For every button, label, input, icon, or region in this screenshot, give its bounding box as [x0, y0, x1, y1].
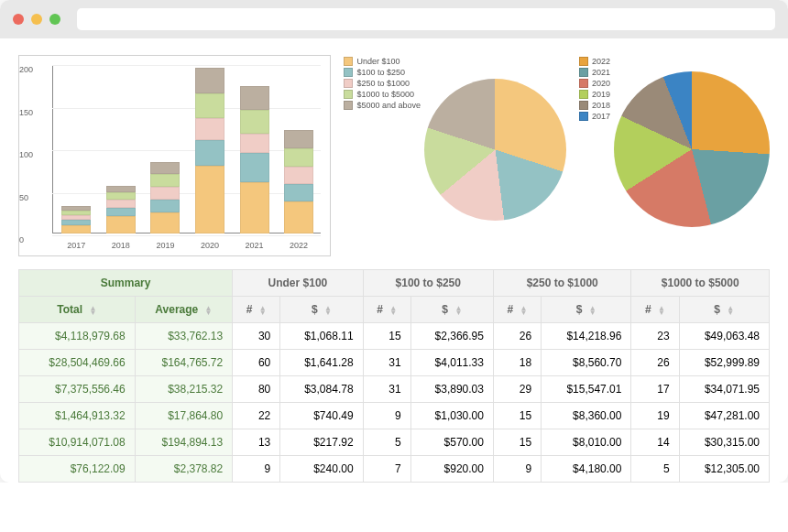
- cell-count: 7: [363, 456, 410, 483]
- sort-icon[interactable]: ▲▼: [454, 306, 462, 315]
- legend-item: $250 to $1000: [344, 79, 421, 88]
- cell-total: $1,464,913.32: [19, 403, 136, 429]
- bar-segment: [195, 166, 224, 233]
- cell-amount: $4,011.33: [410, 350, 493, 376]
- bar-segment: [150, 187, 180, 200]
- legend-label: 2020: [592, 79, 610, 88]
- col-group: $250 to $1000: [493, 270, 630, 297]
- legend-item: 2021: [579, 68, 610, 77]
- cell-total: $76,122.09: [19, 456, 136, 483]
- sort-icon[interactable]: ▲▼: [389, 306, 397, 315]
- table-row: $4,118,979.68$33,762.1330$1,068.1115$2,3…: [19, 323, 770, 350]
- table-row: $10,914,071.08$194,894.1313$217.925$570.…: [19, 429, 770, 456]
- legend-swatch-icon: [579, 68, 588, 77]
- cell-average: $194,894.13: [135, 429, 232, 456]
- legend-label: $1000 to $5000: [356, 90, 414, 99]
- bar-segment: [195, 93, 224, 119]
- col-header[interactable]: Total ▲▼: [19, 297, 136, 323]
- x-tick-label: 2021: [246, 241, 264, 250]
- col-header[interactable]: # ▲▼: [631, 297, 679, 323]
- cell-count: 5: [363, 429, 410, 456]
- sort-icon[interactable]: ▲▼: [89, 306, 96, 315]
- y-tick-label: 0: [19, 235, 24, 244]
- sort-icon[interactable]: ▲▼: [520, 306, 528, 315]
- bar-segment: [284, 148, 313, 167]
- cell-amount: $4,180.00: [542, 456, 631, 483]
- cell-count: 18: [493, 350, 541, 376]
- sort-icon[interactable]: ▲▼: [589, 306, 596, 315]
- col-header[interactable]: Average ▲▼: [135, 297, 232, 323]
- bar-segment: [106, 186, 136, 192]
- x-tick-label: 2020: [201, 241, 219, 250]
- cell-amount: $8,360.00: [542, 403, 631, 429]
- col-group: $1000 to $5000: [631, 270, 770, 297]
- cell-total: $4,118,979.68: [19, 323, 136, 350]
- cell-amount: $217.92: [280, 429, 363, 456]
- col-group: $100 to $250: [363, 270, 493, 297]
- sort-icon[interactable]: ▲▼: [658, 306, 665, 315]
- cell-count: 13: [233, 429, 280, 456]
- legend-item: Under $100: [344, 57, 421, 66]
- cell-amount: $1,068.11: [280, 323, 363, 350]
- sort-icon[interactable]: ▲▼: [324, 306, 332, 315]
- bar-segment: [284, 130, 313, 148]
- cell-amount: $3,084.78: [280, 376, 363, 403]
- legend-item: 2017: [579, 112, 610, 121]
- bar-segment: [240, 153, 269, 183]
- sort-icon[interactable]: ▲▼: [205, 306, 213, 315]
- bar-segment: [195, 140, 224, 166]
- y-tick-label: 200: [19, 65, 33, 74]
- table-row: $28,504,469.66$164,765.7260$1,641.2831$4…: [19, 350, 770, 376]
- legend-label: 2021: [592, 68, 610, 77]
- legend-swatch-icon: [579, 112, 588, 121]
- bar-column: [150, 162, 180, 233]
- pie-chart-buckets: Under $100$100 to $250$250 to $1000$1000…: [344, 55, 566, 256]
- legend-label: $5000 and above: [356, 101, 421, 110]
- cell-count: 14: [631, 429, 679, 456]
- y-tick-label: 100: [19, 150, 33, 159]
- table-row: $76,122.09$2,378.829$240.007$920.009$4,1…: [19, 456, 770, 483]
- col-header[interactable]: $ ▲▼: [410, 297, 493, 323]
- bar-segment: [150, 162, 180, 174]
- maximize-icon[interactable]: [49, 14, 60, 25]
- dashboard-content: 050100150200 201720182019202020212022 Un…: [0, 38, 788, 483]
- col-header[interactable]: # ▲▼: [493, 297, 541, 323]
- cell-amount: $740.49: [280, 403, 363, 429]
- bar-column: [106, 186, 136, 233]
- legend-item: 2022: [579, 57, 610, 66]
- legend-swatch-icon: [579, 79, 588, 88]
- bar-column: [240, 86, 269, 233]
- sort-icon[interactable]: ▲▼: [259, 306, 267, 315]
- address-bar[interactable]: [77, 8, 775, 30]
- cell-amount: $14,218.96: [542, 323, 631, 350]
- bar-segment: [284, 167, 313, 184]
- legend-item: $1000 to $5000: [344, 90, 421, 99]
- col-header[interactable]: $ ▲▼: [280, 297, 363, 323]
- summary-table: SummaryUnder $100$100 to $250$250 to $10…: [18, 269, 770, 483]
- bar-segment: [106, 216, 136, 233]
- cell-amount: $3,890.03: [410, 376, 493, 403]
- legend-item: 2019: [579, 90, 610, 99]
- cell-amount: $240.00: [280, 456, 363, 483]
- bar-segment: [106, 200, 136, 208]
- bar-segment: [150, 174, 180, 187]
- cell-total: $10,914,071.08: [19, 429, 136, 456]
- cell-count: 5: [631, 456, 679, 483]
- cell-count: 9: [363, 403, 410, 429]
- y-tick-label: 150: [19, 108, 33, 117]
- bar-segment: [240, 182, 269, 233]
- x-tick-label: 2022: [290, 241, 308, 250]
- col-header[interactable]: # ▲▼: [363, 297, 410, 323]
- col-header[interactable]: $ ▲▼: [679, 297, 769, 323]
- col-header[interactable]: $ ▲▼: [542, 297, 631, 323]
- col-header[interactable]: # ▲▼: [233, 297, 280, 323]
- sort-icon[interactable]: ▲▼: [727, 306, 734, 315]
- minimize-icon[interactable]: [31, 14, 42, 25]
- bar-column: [284, 130, 313, 233]
- y-tick-label: 50: [19, 193, 28, 202]
- bar-segment: [106, 208, 136, 216]
- close-icon[interactable]: [13, 14, 24, 25]
- col-group-summary: Summary: [19, 270, 233, 297]
- legend-item: 2018: [579, 101, 610, 110]
- legend-label: 2022: [592, 57, 610, 66]
